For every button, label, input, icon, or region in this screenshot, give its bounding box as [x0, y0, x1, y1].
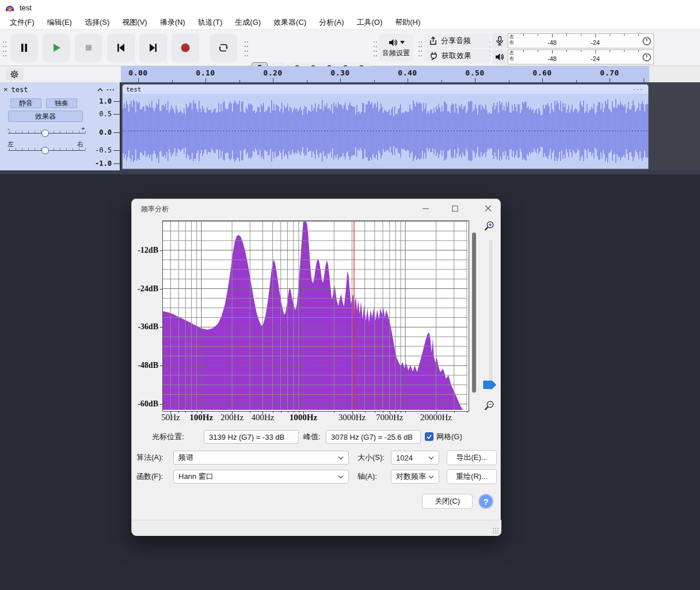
close-button[interactable]: 关闭(C): [422, 494, 473, 509]
record-meter[interactable]: 左右-48-24: [508, 33, 654, 48]
effects-button[interactable]: 效果器: [8, 111, 83, 122]
export-button[interactable]: 导出(E)...: [447, 450, 497, 465]
menu-item[interactable]: 帮助(H): [389, 16, 427, 29]
timeline-label: 0.70: [600, 68, 619, 77]
pause-button[interactable]: [10, 34, 38, 62]
timeline-label: 0.40: [398, 68, 417, 77]
menu-item[interactable]: 轨道(T): [192, 16, 229, 29]
dialog-maximize-button[interactable]: [445, 200, 465, 216]
y-axis-tick: [160, 366, 162, 366]
slider-thumb[interactable]: [41, 130, 49, 137]
stop-button[interactable]: [75, 34, 102, 62]
function-select[interactable]: Hann 窗口: [173, 470, 349, 484]
x-axis-tick: [170, 411, 171, 414]
x-axis-tick: [334, 411, 334, 413]
toolbar: 音频设置 分享音频 获取效果 左右-48-24 左右-48-24: [0, 30, 700, 66]
y-axis-label: -60dB: [138, 399, 158, 409]
record-button[interactable]: [172, 34, 199, 62]
meter-knob-icon[interactable]: [642, 52, 652, 62]
menu-item[interactable]: 选择(S): [78, 16, 116, 29]
toolbar-grip[interactable]: [2, 39, 7, 58]
track-close-icon[interactable]: ×: [3, 86, 8, 93]
timeline-ruler[interactable]: 0.000.100.200.300.400.500.600.70: [0, 66, 700, 82]
meter-scale-tick: [610, 50, 610, 52]
audio-setup-button[interactable]: 音频设置: [379, 34, 413, 62]
clip-menu-icon[interactable]: ···: [633, 86, 644, 92]
menu-item[interactable]: 效果器(C): [267, 16, 313, 29]
track-name[interactable]: test: [12, 86, 28, 94]
x-axis-tick: [375, 411, 375, 413]
grid-checkbox-label[interactable]: 网格(G): [436, 429, 462, 444]
scale-label: -1.0: [95, 159, 112, 168]
spectrum-plot[interactable]: [162, 220, 469, 412]
x-axis-label: 3000Hz: [338, 413, 366, 422]
dialog-minimize-button[interactable]: [416, 200, 435, 216]
clip-waveform[interactable]: [122, 94, 649, 169]
titlebar: test: [0, 0, 700, 16]
meter-channel-labels: 左右: [509, 34, 514, 45]
x-axis-tick: [436, 411, 437, 414]
mute-button[interactable]: 静音: [10, 98, 41, 108]
replot-button[interactable]: 重绘(R)...: [447, 469, 497, 484]
x-axis-tick: [383, 411, 383, 413]
menu-item[interactable]: 视图(V): [116, 16, 153, 29]
track-menu-icon[interactable]: ···: [106, 86, 115, 94]
meter-scale-tick: [581, 50, 581, 52]
algorithm-select[interactable]: 频谱: [173, 451, 349, 465]
frequency-analysis-dialog: 频率分析 光标位置: 3139 Hz (G7) = -33 dB 峰值: 307…: [131, 199, 501, 535]
mic-icon: [495, 36, 504, 46]
share-audio-button[interactable]: 分享音频: [424, 34, 490, 48]
chevron-down-icon: [338, 475, 344, 479]
dialog-close-button[interactable]: [478, 200, 498, 216]
menu-item[interactable]: 生成(G): [229, 16, 267, 29]
plug-icon: [429, 51, 438, 60]
skip-start-icon: [114, 41, 128, 55]
pan-right-label: 右: [77, 140, 83, 149]
toolbar-grip[interactable]: [244, 39, 249, 58]
meter-scale-tick: [566, 50, 567, 52]
plot-zoom-slider-thumb[interactable]: [483, 380, 497, 389]
slider-thumb[interactable]: [41, 147, 49, 154]
timeline-options-button[interactable]: [6, 68, 23, 81]
menu-item[interactable]: 分析(A): [313, 16, 350, 29]
resize-grip[interactable]: [492, 527, 499, 534]
toolbar-grip[interactable]: [418, 39, 423, 58]
menu-item[interactable]: 文件(F): [3, 16, 41, 29]
track-collapse-icon[interactable]: [97, 88, 103, 92]
plot-scrollbar[interactable]: [472, 233, 476, 393]
menu-item[interactable]: 工具(O): [350, 16, 389, 29]
function-label: 函数(F):: [136, 469, 163, 484]
skip-to-end-button[interactable]: [139, 34, 167, 62]
menu-item[interactable]: 播录(N): [154, 16, 192, 29]
play-button[interactable]: [43, 34, 70, 62]
size-select[interactable]: 1024: [391, 451, 439, 465]
meter-scale-tick: [538, 50, 538, 52]
record-meter-button[interactable]: [492, 33, 507, 48]
playback-meter[interactable]: 左右-48-24: [508, 50, 654, 64]
track-area: × test ··· 静音 独奏 效果器 - + 左 右 1.00.50.0-0…: [0, 82, 700, 170]
get-effects-button[interactable]: 获取效果: [424, 49, 490, 63]
meter-knob-icon[interactable]: [642, 36, 652, 46]
plot-zoom-slider[interactable]: [489, 241, 492, 390]
x-axis-tick: [273, 411, 273, 413]
solo-button[interactable]: 独奏: [46, 98, 77, 108]
timeline-tick: [340, 78, 341, 82]
magnifier-minus-icon[interactable]: [483, 399, 496, 412]
help-button[interactable]: ?: [478, 494, 493, 509]
x-axis-tick: [197, 411, 197, 413]
skip-to-start-button[interactable]: [107, 34, 135, 62]
clip-header[interactable]: test ···: [122, 84, 649, 94]
x-axis-tick: [262, 411, 263, 414]
x-axis-tick: [201, 411, 202, 414]
y-axis-label: -48dB: [138, 361, 158, 370]
y-axis-label: -36dB: [138, 322, 158, 332]
grid-checkbox[interactable]: [425, 432, 433, 441]
playback-meter-button[interactable]: [492, 50, 507, 64]
toolbar-grip[interactable]: [373, 39, 378, 58]
magnifier-plus-icon[interactable]: [483, 220, 496, 233]
cursor-position-label: 光标位置:: [152, 429, 184, 444]
loop-button[interactable]: [210, 34, 237, 62]
menu-item[interactable]: 编辑(E): [41, 16, 78, 29]
vertical-scale-ruler: 1.00.50.0-0.5-1.0: [92, 94, 120, 170]
axis-select[interactable]: 对数频率: [391, 470, 439, 484]
